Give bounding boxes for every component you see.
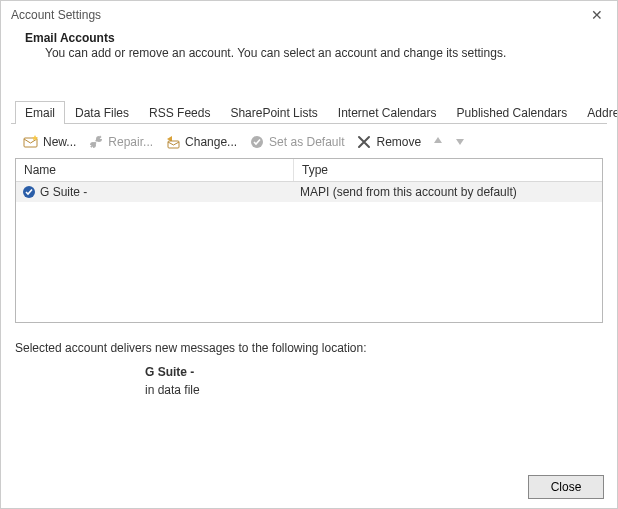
move-down-icon bbox=[451, 134, 469, 151]
tab-rss-feeds[interactable]: RSS Feeds bbox=[139, 101, 220, 124]
set-default-button: Set as Default bbox=[245, 132, 348, 152]
repair-icon bbox=[88, 134, 104, 150]
remove-label: Remove bbox=[376, 135, 421, 149]
tab-data-files[interactable]: Data Files bbox=[65, 101, 139, 124]
toolbar: New... Repair... Change... Set as Defaul… bbox=[1, 124, 617, 158]
tab-strip: Email Data Files RSS Feeds SharePoint Li… bbox=[11, 100, 607, 124]
close-button[interactable]: Close bbox=[528, 475, 604, 499]
new-button[interactable]: New... bbox=[19, 132, 80, 152]
repair-label: Repair... bbox=[108, 135, 153, 149]
set-default-label: Set as Default bbox=[269, 135, 344, 149]
default-account-icon bbox=[22, 185, 36, 199]
tab-email[interactable]: Email bbox=[15, 101, 65, 124]
window-title: Account Settings bbox=[11, 8, 101, 22]
remove-icon bbox=[356, 134, 372, 150]
remove-button[interactable]: Remove bbox=[352, 132, 425, 152]
change-button[interactable]: Change... bbox=[161, 132, 241, 152]
column-header-name[interactable]: Name bbox=[16, 159, 294, 181]
delivery-account: G Suite - bbox=[145, 363, 603, 381]
tab-address-books[interactable]: Address Books bbox=[577, 101, 618, 124]
table-row[interactable]: G Suite - MAPI (send from this account b… bbox=[16, 182, 602, 202]
column-header-type[interactable]: Type bbox=[294, 159, 602, 181]
repair-button: Repair... bbox=[84, 132, 157, 152]
change-icon bbox=[165, 134, 181, 150]
page-title: Email Accounts bbox=[25, 31, 607, 45]
close-icon[interactable]: ✕ bbox=[587, 7, 607, 23]
tab-internet-calendars[interactable]: Internet Calendars bbox=[328, 101, 447, 124]
new-label: New... bbox=[43, 135, 76, 149]
change-label: Change... bbox=[185, 135, 237, 149]
account-name: G Suite - bbox=[40, 185, 87, 199]
delivery-intro: Selected account delivers new messages t… bbox=[15, 341, 603, 355]
check-circle-icon bbox=[249, 134, 265, 150]
new-icon bbox=[23, 134, 39, 150]
page-subtitle: You can add or remove an account. You ca… bbox=[25, 46, 607, 60]
accounts-table: Name Type G Suite - MAPI (send from this… bbox=[15, 158, 603, 323]
move-up-icon bbox=[429, 134, 447, 151]
account-type: MAPI (send from this account by default) bbox=[294, 182, 602, 202]
tab-sharepoint-lists[interactable]: SharePoint Lists bbox=[220, 101, 327, 124]
delivery-datafile: in data file bbox=[145, 381, 603, 399]
tab-published-calendars[interactable]: Published Calendars bbox=[447, 101, 578, 124]
